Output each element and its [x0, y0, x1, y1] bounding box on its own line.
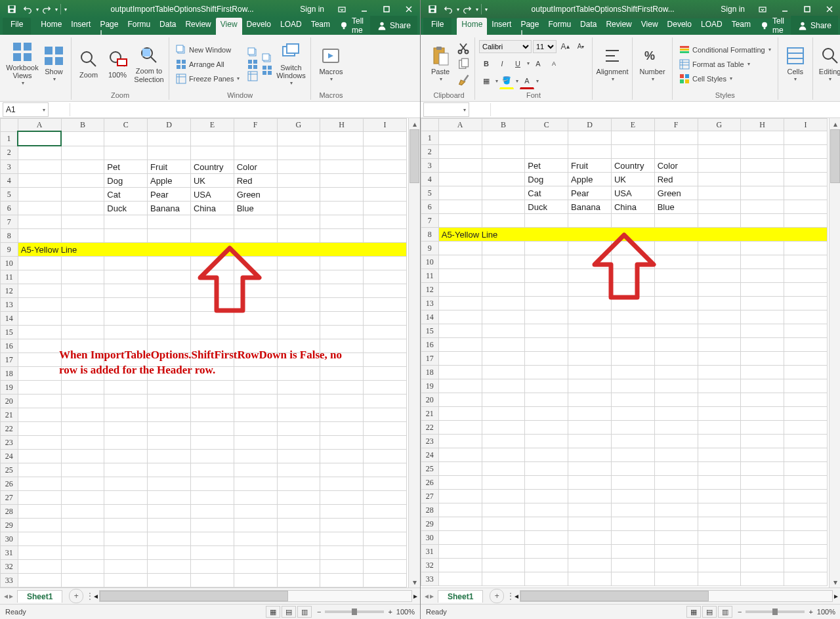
cell-G20[interactable]: [277, 395, 320, 408]
hscroll-right[interactable]: ▸: [834, 591, 838, 601]
view-normal-button[interactable]: ▦: [266, 606, 280, 618]
cell-B23[interactable]: [61, 436, 104, 450]
cell-B9[interactable]: [482, 242, 525, 255]
cell-H25[interactable]: [320, 463, 364, 477]
cell-E14[interactable]: [611, 310, 654, 324]
cell-H7[interactable]: [741, 214, 784, 228]
cell-H7[interactable]: [320, 215, 364, 229]
cell-A14[interactable]: [18, 312, 61, 326]
cell-F4[interactable]: Red: [234, 174, 277, 188]
cell-G19[interactable]: [277, 381, 320, 395]
cell-H18[interactable]: [741, 366, 784, 379]
row-header-22[interactable]: 22: [421, 421, 439, 435]
cell-B14[interactable]: [61, 312, 104, 326]
cell-F20[interactable]: [654, 393, 698, 407]
cell-D22[interactable]: [568, 421, 612, 435]
cell-F3[interactable]: Color: [234, 160, 277, 174]
row-header-25[interactable]: 25: [421, 462, 439, 476]
cell-D17[interactable]: [568, 352, 612, 366]
row-header-12[interactable]: 12: [421, 283, 439, 297]
cell-A15[interactable]: [18, 326, 61, 339]
cell-G14[interactable]: [277, 312, 320, 326]
cell-B16[interactable]: [482, 338, 525, 352]
cell-D12[interactable]: [148, 284, 191, 298]
cell-E3[interactable]: Country: [190, 160, 234, 174]
cell-G29[interactable]: [698, 517, 741, 531]
cell-D19[interactable]: [568, 379, 612, 393]
cell-E29[interactable]: [190, 519, 234, 532]
cell-E21[interactable]: [611, 407, 654, 421]
cell-D10[interactable]: [148, 257, 191, 270]
cell-B15[interactable]: [61, 326, 104, 339]
row-header-7[interactable]: 7: [1, 215, 18, 229]
cell-H32[interactable]: [320, 560, 364, 574]
cell-H28[interactable]: [320, 505, 364, 519]
cell-I13[interactable]: [784, 297, 828, 310]
cell-G27[interactable]: [277, 491, 320, 505]
col-header-C[interactable]: C: [525, 119, 568, 131]
cell-B3[interactable]: [61, 160, 104, 174]
cell-I23[interactable]: [364, 436, 407, 450]
cell-H22[interactable]: [320, 422, 364, 436]
cell-B13[interactable]: [61, 298, 104, 312]
cell-B1[interactable]: [482, 131, 525, 145]
cell-C33[interactable]: [525, 572, 568, 586]
cell-F29[interactable]: [234, 519, 277, 532]
cell-D24[interactable]: [568, 448, 612, 462]
cell-I4[interactable]: [364, 174, 407, 188]
cell-B20[interactable]: [61, 395, 104, 408]
cell-I31[interactable]: [784, 545, 828, 559]
horizontal-scrollbar[interactable]: [520, 590, 833, 602]
cell-G31[interactable]: [277, 546, 320, 560]
cell-E31[interactable]: [611, 545, 654, 559]
decrease-font-button[interactable]: A▾: [574, 39, 588, 54]
row-header-10[interactable]: 10: [421, 255, 439, 269]
cell-B22[interactable]: [61, 422, 104, 436]
cell-I22[interactable]: [364, 422, 407, 436]
cell-D1[interactable]: [568, 131, 612, 145]
cell-E17[interactable]: [611, 352, 654, 366]
cell-H15[interactable]: [741, 324, 784, 338]
cell-C18[interactable]: [525, 366, 568, 379]
cell-B33[interactable]: [482, 572, 525, 586]
cell-I24[interactable]: [784, 448, 828, 462]
add-sheet-button[interactable]: +: [490, 589, 504, 603]
zoom-percent[interactable]: 100%: [817, 608, 835, 616]
cell-E5[interactable]: USA: [611, 186, 654, 200]
cell-D7[interactable]: [148, 215, 191, 229]
cell-A23[interactable]: [438, 435, 482, 448]
cell-G4[interactable]: [277, 174, 320, 188]
scroll-down-button[interactable]: ▾: [409, 576, 420, 587]
cell-A29[interactable]: [438, 517, 482, 531]
cell-A6[interactable]: [438, 200, 482, 214]
cell-H14[interactable]: [741, 310, 784, 324]
sheet-nav-prev[interactable]: ◂: [425, 591, 429, 601]
cell-D14[interactable]: [568, 310, 612, 324]
cell-H27[interactable]: [320, 491, 364, 505]
cell-H24[interactable]: [320, 450, 364, 463]
cell-E4[interactable]: UK: [611, 173, 654, 186]
cell-I21[interactable]: [784, 407, 828, 421]
cell-I9[interactable]: [784, 242, 828, 255]
row-header-28[interactable]: 28: [421, 503, 439, 517]
undo-button[interactable]: [440, 1, 456, 17]
cell-D29[interactable]: [148, 519, 191, 532]
cell-F31[interactable]: [234, 546, 277, 560]
cell-B23[interactable]: [482, 435, 525, 448]
cell-E30[interactable]: [190, 532, 234, 546]
cell-B4[interactable]: [61, 174, 104, 188]
view-page-break-button[interactable]: ▥: [718, 606, 732, 618]
cell-D3[interactable]: Fruit: [568, 159, 612, 173]
cell-A20[interactable]: [438, 393, 482, 407]
select-all-corner[interactable]: [421, 119, 439, 131]
cell-G12[interactable]: [277, 284, 320, 298]
macros-button[interactable]: Macros▾: [315, 45, 346, 83]
cell-H33[interactable]: [741, 572, 784, 586]
cell-I1[interactable]: [364, 131, 407, 146]
cell-G1[interactable]: [698, 131, 741, 145]
cell-I4[interactable]: [784, 173, 828, 186]
sign-in-link[interactable]: Sign in: [293, 5, 331, 14]
row-header-2[interactable]: 2: [421, 145, 439, 159]
cell-F23[interactable]: [234, 436, 277, 450]
cell-G14[interactable]: [698, 310, 741, 324]
